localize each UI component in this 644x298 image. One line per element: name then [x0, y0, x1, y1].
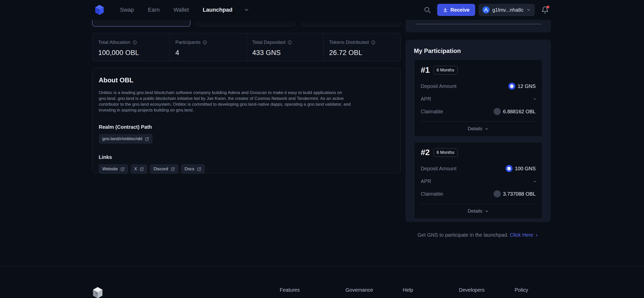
get-gns-cta: Get GNS to participate in the launchpad.… [406, 232, 551, 238]
info-icon[interactable] [288, 40, 292, 45]
external-link-icon [139, 167, 144, 171]
about-project-card: About OBL Onbloc is a leading gno.land b… [92, 68, 400, 173]
my-participation-panel: My Participation #1 6 Months Deposit Amo… [406, 40, 551, 222]
details-label: Details [468, 208, 482, 214]
link-label: X [134, 166, 137, 172]
click-here-link[interactable]: Click Here [510, 232, 539, 238]
receive-button[interactable]: Receive [437, 4, 475, 16]
external-link-icon [197, 167, 201, 171]
about-description: Onbloc is a leading gno.land blockchain … [99, 90, 358, 113]
links-label: Links [99, 154, 394, 160]
nav-links: Swap Earn Wallet Launchpad [120, 7, 249, 13]
nav-link-wallet[interactable]: Wallet [174, 7, 189, 13]
launchpad-page: Swap Earn Wallet Launchpad Receive g1lmv… [0, 0, 644, 298]
nav-link-launchpad[interactable]: Launchpad [203, 7, 232, 13]
stat-label: Tokens Distributed [329, 40, 369, 45]
notification-dot [547, 6, 549, 8]
position-number: #1 [421, 65, 430, 75]
deposit-amount-row: Deposit Amount 12 GNS [421, 80, 536, 92]
stat-tokens-distributed: Tokens Distributed 26.72 OBL [323, 33, 400, 61]
external-link-icon [171, 167, 175, 171]
obl-token-icon [494, 108, 501, 115]
nav-link-swap[interactable]: Swap [120, 7, 134, 13]
details-toggle[interactable]: Details [421, 122, 536, 134]
footer-col-governance: Governance [346, 287, 373, 293]
claimable-value: 3.737088 OBL [503, 191, 536, 197]
footer-col-developers: Developers [459, 287, 485, 293]
claimable-label: Claimable [421, 191, 443, 197]
link-label: Website [102, 166, 118, 172]
stat-label: Total Allocation [98, 40, 130, 45]
gns-token-icon [506, 165, 513, 172]
info-icon[interactable] [203, 40, 207, 45]
stat-value: 4 [175, 49, 247, 57]
stat-total-deposited: Total Deposited 433 GNS [247, 33, 324, 61]
link-docs[interactable]: Docs [181, 164, 205, 174]
position-number: #2 [421, 148, 430, 157]
tier-card-fragment[interactable] [196, 22, 295, 26]
details-toggle[interactable]: Details [421, 204, 536, 216]
wallet-address: g1lmv...nha8c [492, 7, 524, 13]
chevron-down-icon [485, 127, 489, 131]
adena-wallet-icon [482, 6, 490, 13]
tier-card-fragment[interactable] [301, 22, 400, 26]
about-title: About OBL [99, 76, 394, 84]
deposit-widget-fragment [406, 20, 551, 32]
obl-token-icon [494, 190, 501, 197]
link-x[interactable]: X [131, 164, 147, 174]
divider [415, 24, 541, 24]
chevron-down-icon [485, 209, 489, 213]
claimable-row: Claimable 6.888162 OBL [421, 105, 536, 118]
participation-title: My Participation [414, 47, 542, 54]
apr-value: - [534, 178, 536, 184]
deposit-amount-label: Deposit Amount [421, 83, 456, 89]
launchpad-stats: Total Allocation 100,000 OBL Participant… [92, 33, 400, 61]
cta-text: Get GNS to participate in the launchpad. [417, 232, 508, 238]
nav-right-cluster: Receive g1lmv...nha8c [424, 4, 549, 16]
apr-label: APR [421, 96, 431, 102]
download-icon [443, 7, 448, 12]
stat-value: 100,000 OBL [98, 49, 170, 57]
stat-value: 433 GNS [252, 49, 324, 57]
chevron-right-icon [535, 233, 539, 237]
realm-path-text: gno.land/r/onbloc/obl [102, 136, 142, 141]
apr-value: - [534, 96, 536, 102]
claimable-label: Claimable [421, 109, 443, 115]
realm-path-link[interactable]: gno.land/r/onbloc/obl [99, 134, 153, 144]
stat-value: 26.72 OBL [329, 49, 400, 57]
lock-period-badge: 6 Months [433, 66, 458, 74]
lock-period-badge: 6 Months [433, 148, 458, 157]
wallet-account-button[interactable]: g1lmv...nha8c [479, 4, 535, 16]
footer-col-features: Features [280, 287, 300, 293]
external-link-icon [145, 137, 149, 141]
realm-path-label: Realm (Contract) Path [99, 124, 394, 130]
top-nav: Swap Earn Wallet Launchpad Receive g1lmv… [0, 0, 644, 20]
chevron-down-icon [526, 8, 531, 12]
stat-participants: Participants 4 [170, 33, 247, 61]
footer-logo [92, 287, 103, 298]
footer-col-help: Help [403, 287, 413, 293]
chevron-down-icon[interactable] [244, 7, 249, 13]
tier-card-selected-fragment[interactable] [92, 20, 190, 27]
info-icon[interactable] [371, 40, 375, 45]
claimable-value: 6.888162 OBL [503, 109, 536, 115]
deposit-amount-label: Deposit Amount [421, 166, 456, 172]
gnoswap-logo[interactable] [95, 5, 104, 15]
participation-card-2: #2 6 Months Deposit Amount 100 GNS APR -… [414, 142, 542, 219]
stat-label: Total Deposited [252, 40, 286, 45]
info-icon[interactable] [133, 40, 137, 45]
gns-token-icon [508, 83, 515, 90]
deposit-amount-row: Deposit Amount 100 GNS [421, 162, 536, 175]
notifications-button[interactable] [541, 6, 549, 14]
apr-label: APR [421, 178, 431, 184]
link-discord[interactable]: Discord [150, 164, 178, 174]
link-label: Discord [153, 166, 168, 172]
apr-row: APR - [421, 175, 536, 188]
link-website[interactable]: Website [99, 164, 128, 174]
nav-link-earn[interactable]: Earn [148, 7, 159, 13]
deposit-amount-value: 12 GNS [518, 83, 536, 89]
participation-card-1: #1 6 Months Deposit Amount 12 GNS APR - … [414, 60, 542, 137]
search-icon[interactable] [424, 6, 431, 14]
claimable-row: Claimable 3.737088 OBL [421, 188, 536, 200]
footer-col-policy: Policy [515, 287, 528, 293]
